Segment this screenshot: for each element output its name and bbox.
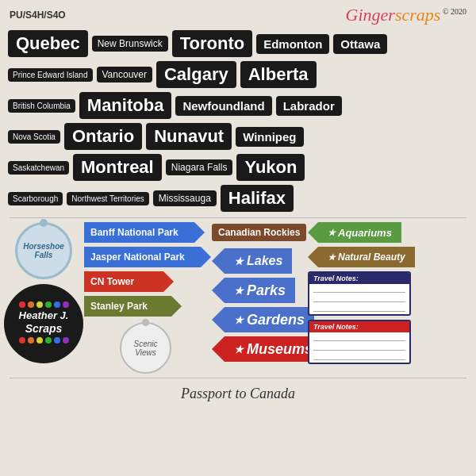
tnote-line [313, 296, 405, 302]
tnote-line [313, 354, 405, 360]
tag-bc: British Columbia [8, 99, 75, 113]
tag-row-2: Prince Edward Island Vancouver Calgary A… [8, 61, 468, 88]
pu-label: PU/S4H/S4O [10, 10, 66, 21]
dot-yellow2 [36, 337, 43, 344]
tag-row-6: Scarborough Northwest Territories Missis… [8, 185, 468, 212]
tag-montreal: Montreal [73, 154, 162, 181]
scenic-views-tag: ScenicViews [120, 322, 171, 374]
logo-ginger: Ginger [346, 5, 395, 25]
natural-body: ★Natural Beauty [318, 247, 415, 267]
bottom-separator [10, 378, 466, 378]
banff-label: Banff National Park [84, 222, 194, 243]
tag-new-brunswick: New Brunswick [92, 36, 168, 52]
tag-row-1: Quebec New Brunswick Toronto Edmonton Ot… [8, 30, 468, 57]
dot-green2 [45, 337, 52, 344]
aquariums-tip [308, 222, 318, 243]
dot-purple [63, 301, 69, 308]
museums-arrow: ★Museums [212, 336, 322, 362]
dot-purple2 [63, 337, 69, 344]
stanley-label: Stanley Park [84, 296, 171, 317]
left-column: HorseshoeFalls Heather J. Scraps [8, 222, 79, 374]
parks-body: ★Parks [225, 278, 295, 303]
tag-toronto: Toronto [172, 30, 252, 57]
cn-tower-label: CN Tower [84, 271, 163, 292]
tnote-lines-2 [309, 332, 409, 363]
circle-name1: Heather J. [19, 310, 69, 321]
mid-column: Banff National Park Jasper National Park… [84, 222, 207, 374]
scenic-views-wrapper: ScenicViews [84, 322, 207, 374]
jasper-sign: Jasper National Park [84, 247, 207, 267]
logo-copy: © 2020 [440, 7, 466, 16]
mid-column-2: Canadian Rockies ★Lakes ★Parks ★Gardens … [212, 222, 303, 374]
tag-labrador: Labrador [276, 96, 342, 116]
tnote-line [313, 286, 405, 293]
separator [10, 217, 466, 218]
tag-calgary: Calgary [156, 61, 236, 88]
dot-blue [54, 301, 60, 308]
tag-quebec: Quebec [8, 30, 88, 57]
tag-nova-scotia: Nova Scotia [8, 130, 60, 144]
dot-yellow [36, 301, 43, 308]
tag-manitoba: Manitoba [79, 92, 172, 119]
lakes-body: ★Lakes [225, 248, 292, 274]
tag-edmonton: Edmonton [256, 34, 329, 54]
tag-saskatchewan: Saskatchewan [8, 161, 69, 175]
tag-row-3: British Columbia Manitoba Newfoundland L… [8, 92, 468, 119]
parks-arrow: ★Parks [212, 278, 295, 303]
tnote-header-2: Travel Notes: [309, 321, 409, 332]
museums-tip [212, 336, 225, 362]
tag-newfoundland: Newfoundland [175, 96, 271, 116]
logo-scraps: scraps [395, 5, 440, 25]
jasper-label: Jasper National Park [84, 247, 201, 267]
dot-green [45, 301, 52, 308]
tag-niagara: Niagara Falls [166, 159, 233, 175]
dot-orange2 [28, 337, 34, 344]
circle-name2: Scraps [25, 322, 63, 335]
ginger-logo: Gingerscraps © 2020 [346, 5, 466, 25]
bottom-title: Passport to Canada [0, 381, 476, 405]
tnote-header-1: Travel Notes: [309, 273, 409, 284]
tag-halifax: Halifax [221, 185, 294, 212]
heather-scraps-circle: Heather J. Scraps [4, 284, 83, 363]
aquariums-body: ★Aquariums [318, 222, 401, 243]
dot-red2 [19, 337, 25, 344]
dots-row [19, 301, 69, 308]
tnote-line [313, 305, 405, 312]
right-column: ★Aquariums ★Natural Beauty Travel Notes:… [308, 222, 468, 374]
lakes-arrow: ★Lakes [212, 248, 292, 274]
horseshoe-falls-tag: HorseshoeFalls [15, 222, 72, 279]
travel-notes-1: Travel Notes: [308, 271, 411, 316]
aquariums-arrow: ★Aquariums [308, 222, 468, 243]
tag-pei: Prince Edward Island [8, 68, 93, 82]
dot-red [19, 301, 25, 308]
gardens-tip [212, 307, 225, 332]
natural-tip [308, 247, 318, 267]
canadian-rockies-row: Canadian Rockies [212, 222, 306, 243]
dot-orange [28, 301, 34, 308]
tag-vancouver: Vancouver [97, 67, 152, 83]
parks-tip [212, 278, 225, 303]
stanley-sign: Stanley Park [84, 296, 207, 317]
tnote-lines-1 [309, 284, 409, 314]
tag-alberta: Alberta [240, 61, 317, 88]
gardens-body: ★Gardens [225, 307, 314, 332]
tag-mississauga: Mississauga [153, 190, 217, 206]
tag-ottawa: Ottawa [333, 34, 387, 54]
tag-row-5: Saskatchewan Montreal Niagara Falls Yuko… [8, 154, 468, 181]
tag-row-4: Nova Scotia Ontario Nunavut Winnipeg [8, 123, 468, 150]
tag-winnipeg: Winnipeg [236, 127, 303, 147]
natural-beauty-arrow: ★Natural Beauty [308, 247, 468, 267]
dots-row-2 [19, 337, 69, 344]
dot-blue2 [54, 337, 60, 344]
travel-notes-2: Travel Notes: [308, 320, 411, 364]
canadian-rockies-tag: Canadian Rockies [212, 224, 306, 241]
cn-tower-sign: CN Tower [84, 271, 207, 292]
banff-sign: Banff National Park [84, 222, 207, 243]
graphics-area: HorseshoeFalls Heather J. Scraps [0, 221, 476, 375]
lakes-tip [212, 248, 225, 274]
tag-ontario: Ontario [64, 123, 142, 150]
top-bar: PU/S4H/S4O Gingerscraps © 2020 [0, 0, 476, 27]
tag-nunavut: Nunavut [146, 123, 232, 150]
gardens-arrow: ★Gardens [212, 307, 314, 332]
tnote-line [313, 335, 405, 341]
